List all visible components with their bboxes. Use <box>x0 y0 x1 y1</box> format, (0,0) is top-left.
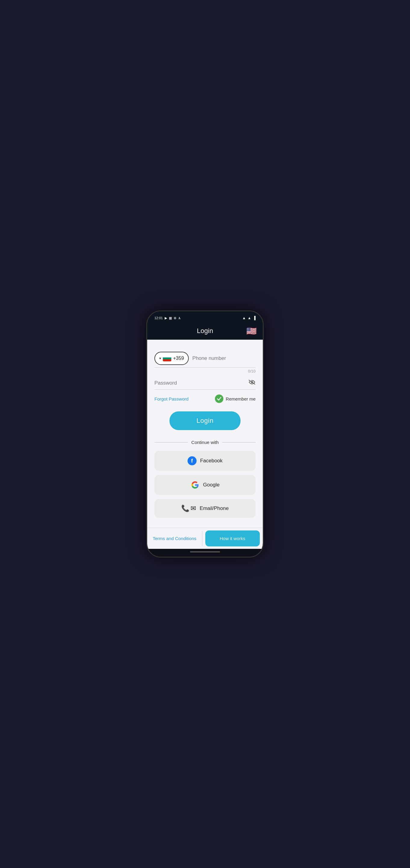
google-login-button[interactable]: Google <box>155 475 255 495</box>
eye-hidden-icon[interactable] <box>248 379 255 386</box>
home-indicator <box>147 549 263 557</box>
phone-icon: 📞 <box>181 504 189 513</box>
google-icon <box>191 480 200 490</box>
remember-me-label: Remember me <box>226 396 255 401</box>
chevron-down-icon: ▾ <box>159 356 161 361</box>
terms-conditions-button[interactable]: Terms and Conditions <box>147 530 202 547</box>
mail-icon: ✉ <box>191 504 196 513</box>
email-phone-login-button[interactable]: 📞 ✉ Email/Phone <box>155 499 255 518</box>
status-icon-loc: ⊕ <box>174 316 176 320</box>
status-icon-a: 𝐀 <box>178 316 181 320</box>
bottom-bar-divider <box>202 531 202 546</box>
header-title: Login <box>197 327 213 335</box>
remember-me-toggle[interactable]: Remember me <box>215 395 255 403</box>
app-header: Login 🇺🇸 <box>147 323 263 340</box>
forgot-password-link[interactable]: Forgot Password <box>155 396 189 401</box>
facebook-icon: f <box>187 456 197 465</box>
wifi-icon: ▲ <box>242 316 246 320</box>
phone-frame: 12:01 ▶ ▦ ⊕ 𝐀 ▲ ▲ ▐ Login 🇺🇸 ▾ <box>146 310 264 558</box>
country-code: +359 <box>173 355 184 361</box>
svg-rect-0 <box>163 355 171 358</box>
how-it-works-button[interactable]: How it works <box>205 530 260 547</box>
phone-input-row: ▾ +359 <box>155 352 255 368</box>
divider-line-left <box>155 442 188 442</box>
status-left: 12:01 ▶ ▦ ⊕ 𝐀 <box>155 316 181 320</box>
password-input[interactable] <box>155 380 248 386</box>
spacer <box>155 518 255 522</box>
home-bar <box>190 551 220 553</box>
facebook-label: Facebook <box>200 458 223 464</box>
status-icon-play: ▶ <box>165 316 167 320</box>
status-bar: 12:01 ▶ ▦ ⊕ 𝐀 ▲ ▲ ▐ <box>147 311 263 323</box>
divider-line-right <box>222 442 255 442</box>
status-icon-sim: ▦ <box>169 316 172 320</box>
bottom-bar: Terms and Conditions How it works <box>147 528 263 549</box>
signal-icon: ▲ <box>248 316 251 320</box>
check-circle-icon <box>215 395 224 403</box>
battery-icon: ▐ <box>253 316 255 320</box>
options-row: Forgot Password Remember me <box>155 395 255 403</box>
language-flag[interactable]: 🇺🇸 <box>246 326 257 336</box>
google-label: Google <box>203 482 220 488</box>
email-phone-label: Email/Phone <box>200 505 229 512</box>
svg-rect-2 <box>163 359 171 361</box>
svg-rect-1 <box>163 358 171 359</box>
divider-row: Continue with <box>155 440 255 445</box>
char-count: 0/10 <box>155 369 255 373</box>
status-icons-right: ▲ ▲ ▐ <box>242 316 255 320</box>
status-time: 12:01 <box>155 316 163 320</box>
country-selector[interactable]: ▾ +359 <box>155 352 189 365</box>
bulgaria-flag <box>163 355 171 361</box>
main-content: ▾ +359 0/10 <box>147 340 263 528</box>
password-row <box>155 379 255 390</box>
divider-text: Continue with <box>192 440 219 445</box>
login-button[interactable]: Login <box>169 411 240 430</box>
phone-input[interactable] <box>192 355 256 361</box>
facebook-login-button[interactable]: f Facebook <box>155 451 255 471</box>
email-phone-icons: 📞 ✉ <box>181 504 196 513</box>
